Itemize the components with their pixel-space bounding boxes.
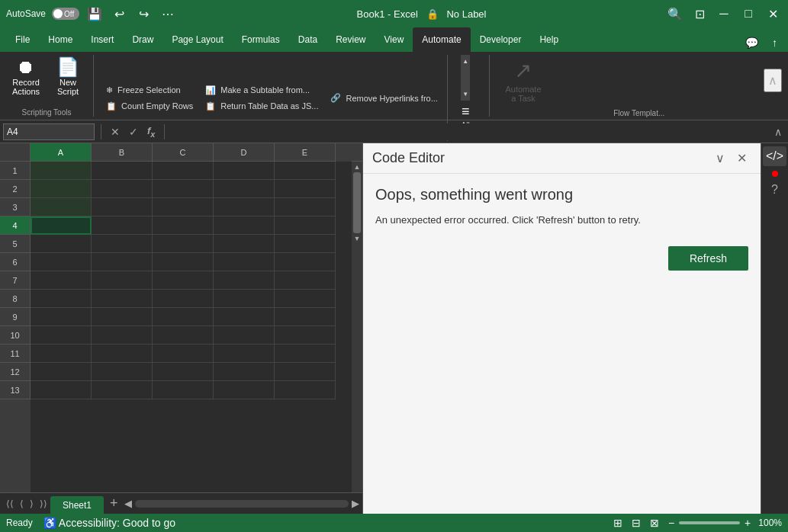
autosave-toggle[interactable]: Off — [52, 8, 79, 20]
cell-a13[interactable] — [31, 381, 92, 399]
make-subtable-button[interactable]: 📊 Make a Subtable from... — [199, 83, 324, 98]
cell-e8[interactable] — [275, 290, 336, 308]
freeze-selection-button[interactable]: ❄ Freeze Selection — [100, 83, 199, 98]
row-num-12[interactable]: 12 — [0, 363, 31, 381]
tab-data[interactable]: Data — [289, 27, 326, 52]
tab-automate[interactable]: Automate — [413, 27, 470, 52]
cell-d10[interactable] — [214, 326, 275, 345]
cell-b7[interactable] — [92, 271, 153, 290]
cell-e3[interactable] — [275, 198, 336, 216]
code-editor-close[interactable]: ✕ — [732, 149, 751, 167]
scroll-down-arrow[interactable]: ▼ — [354, 235, 361, 242]
cell-b9[interactable] — [92, 308, 153, 326]
cell-b1[interactable] — [92, 162, 153, 180]
remove-hyperlinks-button[interactable]: 🔗 Remove Hyperlinks fro... — [324, 91, 443, 105]
save-button[interactable]: 💾 — [85, 5, 104, 23]
cell-b13[interactable] — [92, 381, 153, 399]
row-num-2[interactable]: 2 — [0, 180, 31, 198]
row-num-8[interactable]: 8 — [0, 290, 31, 308]
tab-insert[interactable]: Insert — [82, 27, 123, 52]
cell-e2[interactable] — [275, 180, 336, 198]
fullscreen-button[interactable]: ⊡ — [690, 5, 709, 23]
cell-e13[interactable] — [275, 381, 336, 399]
cell-a3[interactable] — [31, 198, 92, 216]
cell-a12[interactable] — [31, 363, 92, 381]
cell-e9[interactable] — [275, 308, 336, 326]
name-box[interactable] — [3, 123, 95, 140]
cell-d4[interactable] — [214, 216, 275, 235]
zoom-slider[interactable] — [679, 521, 740, 524]
record-actions-button[interactable]: ⏺ Record Actions — [6, 55, 46, 99]
row-num-3[interactable]: 3 — [0, 198, 31, 216]
cell-e10[interactable] — [275, 326, 336, 345]
row-num-5[interactable]: 5 — [0, 235, 31, 253]
cell-a7[interactable] — [31, 271, 92, 290]
new-script-button[interactable]: 📄 New Script — [49, 55, 87, 99]
undo-button[interactable]: ↩ — [110, 5, 128, 23]
code-editor-toggle-button[interactable]: </> — [763, 146, 786, 166]
cell-e6[interactable] — [275, 253, 336, 271]
col-header-e[interactable]: E — [275, 143, 336, 162]
refresh-button[interactable]: Refresh — [668, 246, 748, 271]
cell-c5[interactable] — [153, 235, 214, 253]
cell-b2[interactable] — [92, 180, 153, 198]
row-num-6[interactable]: 6 — [0, 253, 31, 271]
sheet-tab-sheet1[interactable]: Sheet1 — [50, 496, 104, 514]
cell-d9[interactable] — [214, 308, 275, 326]
cell-c10[interactable] — [153, 326, 214, 345]
cell-b10[interactable] — [92, 326, 153, 345]
sheet-nav-prev[interactable]: ⟨ — [17, 493, 27, 514]
cell-a1[interactable] — [31, 162, 92, 180]
cell-a8[interactable] — [31, 290, 92, 308]
cell-e12[interactable] — [275, 363, 336, 381]
cell-c12[interactable] — [153, 363, 214, 381]
close-button[interactable]: ✕ — [764, 5, 782, 23]
cell-e4[interactable] — [275, 216, 336, 235]
cell-b4[interactable] — [92, 216, 153, 235]
scroll-thumb[interactable] — [353, 172, 361, 233]
cell-d3[interactable] — [214, 198, 275, 216]
accessibility-button[interactable]: ♿ Accessibility: Good to go — [42, 515, 177, 530]
cell-d8[interactable] — [214, 290, 275, 308]
cell-a9[interactable] — [31, 308, 92, 326]
sheet-nav-last[interactable]: ⟩⟩ — [37, 493, 50, 514]
normal-view-button[interactable]: ⊞ — [612, 515, 624, 530]
col-header-d[interactable]: D — [214, 143, 275, 162]
cell-c8[interactable] — [153, 290, 214, 308]
cell-c3[interactable] — [153, 198, 214, 216]
function-button[interactable]: fx — [144, 123, 158, 140]
cell-a5[interactable] — [31, 235, 92, 253]
row-num-1[interactable]: 1 — [0, 162, 31, 180]
formula-expand-button[interactable]: ∧ — [771, 124, 785, 139]
cell-b5[interactable] — [92, 235, 153, 253]
cell-c9[interactable] — [153, 308, 214, 326]
row-num-7[interactable]: 7 — [0, 271, 31, 290]
cell-c6[interactable] — [153, 253, 214, 271]
tab-home[interactable]: Home — [39, 27, 82, 52]
tab-formulas[interactable]: Formulas — [233, 27, 289, 52]
cell-a10[interactable] — [31, 326, 92, 345]
help-side-button[interactable]: ? — [768, 180, 781, 200]
cell-e1[interactable] — [275, 162, 336, 180]
cell-c13[interactable] — [153, 381, 214, 399]
tab-page-layout[interactable]: Page Layout — [162, 27, 232, 52]
horizontal-scroll-track[interactable] — [135, 500, 349, 508]
add-sheet-button[interactable]: + — [104, 493, 124, 514]
scroll-up-arrow[interactable]: ▲ — [354, 163, 361, 171]
col-header-b[interactable]: B — [92, 143, 153, 162]
cell-a6[interactable] — [31, 253, 92, 271]
row-num-11[interactable]: 11 — [0, 345, 31, 363]
more-tools-button[interactable]: ⋯ — [159, 5, 177, 23]
redo-button[interactable]: ↪ — [134, 5, 153, 23]
cell-c1[interactable] — [153, 162, 214, 180]
zoom-out-button[interactable]: − — [667, 515, 676, 530]
cell-e7[interactable] — [275, 271, 336, 290]
cell-d11[interactable] — [214, 345, 275, 363]
tab-help[interactable]: Help — [530, 27, 568, 52]
scripts-scroll-down[interactable]: ▼ — [461, 89, 470, 99]
page-layout-view-button[interactable]: ⊟ — [630, 515, 642, 530]
cell-b12[interactable] — [92, 363, 153, 381]
col-header-a[interactable]: A — [31, 143, 92, 162]
cell-a11[interactable] — [31, 345, 92, 363]
cell-b3[interactable] — [92, 198, 153, 216]
